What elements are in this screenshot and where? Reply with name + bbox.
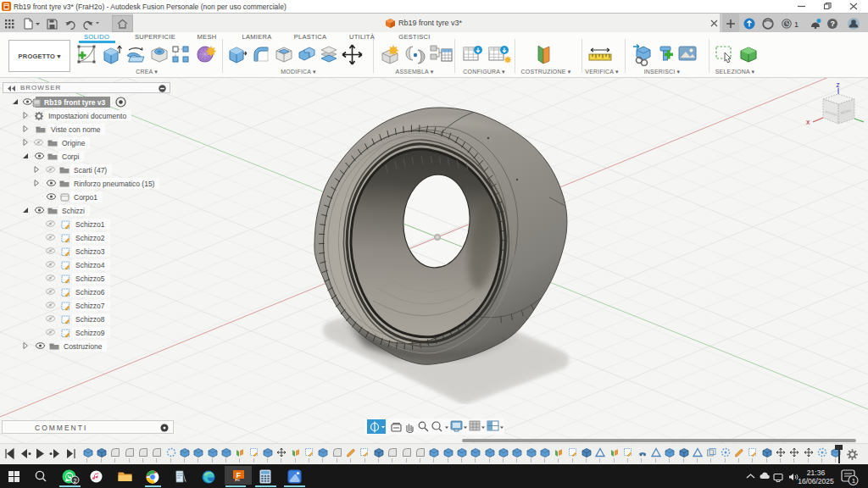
svg-text:F60: F60 [236, 479, 240, 482]
svg-text:1: 1 [852, 477, 856, 485]
svg-text:Z: Z [837, 82, 840, 88]
svg-text:X: X [806, 119, 810, 125]
svg-text:1: 1 [794, 20, 798, 29]
svg-text:2: 2 [74, 478, 77, 484]
svg-text:?: ? [830, 19, 835, 28]
